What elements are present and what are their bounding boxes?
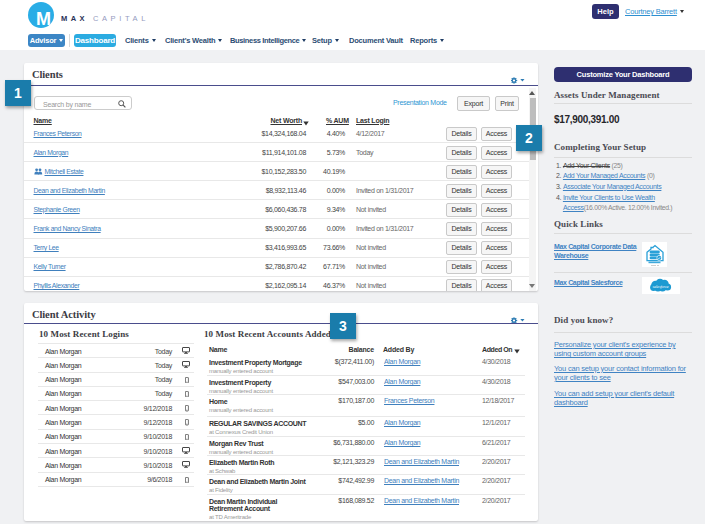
svg-text:salesforce: salesforce: [652, 284, 668, 289]
